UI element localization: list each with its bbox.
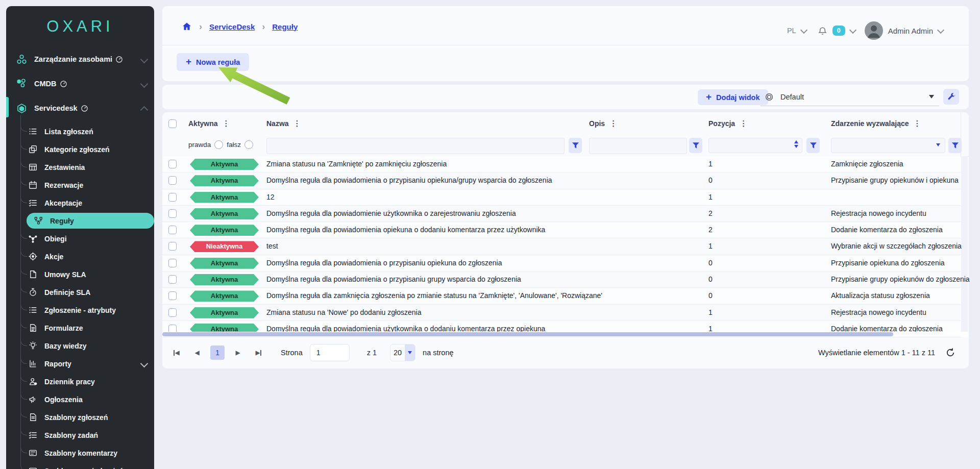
page-1-button[interactable]: 1 bbox=[210, 345, 225, 360]
table-row[interactable]: AktywnaDomyślna reguła dla powiadomienia… bbox=[162, 255, 961, 271]
radio-true[interactable] bbox=[214, 140, 223, 149]
table-row[interactable]: Nieaktywnatest1Wybranie akcji w szczegół… bbox=[162, 238, 961, 255]
avatar[interactable] bbox=[865, 21, 883, 40]
row-checkbox[interactable] bbox=[168, 308, 177, 317]
sidebar-item-ogloszenia[interactable]: Ogłoszenia bbox=[6, 390, 154, 408]
row-checkbox[interactable] bbox=[168, 226, 177, 234]
row-checkbox[interactable] bbox=[168, 275, 177, 284]
table-row[interactable]: AktywnaDomyślna reguła dla zamknięcia zg… bbox=[162, 288, 961, 304]
sidebar-item-szablony-powiadomien[interactable]: Szablony powiadomień bbox=[6, 462, 154, 469]
sidebar-item-formularze[interactable]: Formularze bbox=[6, 319, 154, 337]
chevron-down-icon[interactable] bbox=[937, 26, 944, 33]
table-row[interactable]: AktywnaZmiana statusu na 'Zamknięte' po … bbox=[162, 156, 961, 172]
sidebar-item-definicje-sla[interactable]: Definicje SLA bbox=[6, 283, 154, 301]
column-header-opis[interactable]: Opis⋮ bbox=[589, 119, 617, 128]
chevron-down-icon[interactable] bbox=[936, 143, 940, 146]
last-page-button[interactable]: ▶ bbox=[251, 345, 265, 360]
column-header-nazwa[interactable]: Nazwa⋮ bbox=[266, 119, 301, 128]
sidebar-item-umowy-sla[interactable]: Umowy SLA bbox=[6, 265, 154, 283]
sidebar-item-zarzadzanie-zasobami[interactable]: Zarządzanie zasobami bbox=[6, 47, 154, 71]
sidebar-item-akcje[interactable]: Akcje bbox=[6, 248, 154, 265]
chevron-down-icon[interactable] bbox=[849, 26, 856, 33]
column-header-pozycja[interactable]: Pozycja⋮ bbox=[708, 119, 747, 128]
zdarzenie-filter-select[interactable] bbox=[831, 138, 945, 153]
row-checkbox[interactable] bbox=[168, 242, 177, 251]
chevron-down-icon[interactable] bbox=[800, 26, 807, 33]
sidebar-item-raporty[interactable]: Raporty bbox=[6, 355, 154, 373]
table-row[interactable]: AktywnaDomyślna reguła dla powiadomienie… bbox=[162, 206, 961, 222]
row-checkbox[interactable] bbox=[168, 259, 177, 267]
radio-false[interactable] bbox=[244, 140, 253, 149]
sidebar-item-cmdb[interactable]: CMDB bbox=[6, 71, 154, 96]
chevron-down-icon[interactable] bbox=[140, 80, 149, 88]
number-spinner[interactable] bbox=[794, 140, 798, 148]
sidebar-item-reguly[interactable]: Reguły bbox=[27, 213, 154, 229]
home-icon[interactable] bbox=[182, 21, 192, 32]
horizontal-scrollbar-track[interactable] bbox=[162, 332, 969, 337]
row-checkbox[interactable] bbox=[168, 209, 177, 218]
sidebar-item-akceptacje[interactable]: Akceptacje bbox=[6, 194, 154, 212]
table-row[interactable]: AktywnaDomyślna reguła dla powiadomienia… bbox=[162, 222, 961, 238]
table-vertical-scrollbar-track[interactable] bbox=[961, 156, 968, 332]
opis-filter-input[interactable] bbox=[589, 138, 687, 154]
sidebar-item-bazy-wiedzy[interactable]: Bazy wiedzy bbox=[6, 337, 154, 355]
notifications-bell-icon[interactable] bbox=[818, 26, 827, 36]
select-all-checkbox[interactable] bbox=[168, 119, 177, 128]
row-checkbox[interactable] bbox=[168, 176, 177, 185]
row-checkbox[interactable] bbox=[168, 291, 177, 300]
table-settings-wrench-button[interactable] bbox=[943, 89, 959, 105]
pozycja-filter-button[interactable] bbox=[806, 138, 820, 153]
opis-filter-button[interactable] bbox=[689, 138, 702, 153]
notification-count-badge[interactable]: 0 bbox=[832, 26, 845, 36]
column-header-aktywna[interactable]: Aktywna⋮ bbox=[188, 119, 230, 128]
view-selector[interactable]: Default bbox=[761, 88, 939, 106]
sidebar-item-zestawienia[interactable]: Zestawienia bbox=[6, 158, 154, 176]
new-rule-button[interactable]: + Nowa reguła bbox=[177, 53, 249, 71]
row-checkbox[interactable] bbox=[168, 160, 177, 168]
user-name[interactable]: Admin Admin bbox=[888, 27, 933, 35]
sidebar-item-rezerwacje[interactable]: Rezerwacje bbox=[6, 176, 154, 194]
page-number-input[interactable] bbox=[310, 344, 350, 361]
column-menu-icon[interactable]: ⋮ bbox=[223, 119, 230, 128]
chevron-down-icon[interactable] bbox=[140, 360, 149, 368]
next-page-button[interactable]: ▶ bbox=[231, 345, 245, 360]
sidebar-item-lista-zgloszen[interactable]: Lista zgłoszeń bbox=[6, 122, 154, 140]
horizontal-scrollbar-thumb[interactable] bbox=[162, 332, 893, 336]
document-icon bbox=[28, 269, 38, 279]
breadcrumb-link-reguly[interactable]: Reguły bbox=[272, 22, 298, 31]
sidebar-item-szablony-komentarzy[interactable]: Szablony komentarzy bbox=[6, 444, 154, 462]
chevron-down-icon[interactable] bbox=[140, 55, 149, 63]
column-header-zdarzenie[interactable]: Zdarzenie wyzwalające⋮ bbox=[831, 119, 921, 128]
cell-zdarzenie: Wybranie akcji w szczegółach zgłoszenia bbox=[831, 242, 962, 250]
column-menu-icon[interactable]: ⋮ bbox=[914, 119, 921, 128]
zdarzenie-filter-button[interactable] bbox=[948, 138, 962, 153]
sidebar-item-servicedesk[interactable]: Servicedesk bbox=[6, 96, 154, 120]
table-row[interactable]: AktywnaDomyślna reguła dla powiadomienia… bbox=[162, 271, 961, 288]
nazwa-filter-button[interactable] bbox=[569, 138, 582, 153]
language-selector[interactable]: PL bbox=[787, 27, 796, 35]
breadcrumb-link-servicedesk[interactable]: ServiceDesk bbox=[209, 22, 255, 31]
page-size-select[interactable]: 20 bbox=[390, 344, 415, 361]
column-menu-icon[interactable]: ⋮ bbox=[740, 119, 747, 128]
sidebar-item-obiegi[interactable]: Obiegi bbox=[6, 230, 154, 248]
cell-nazwa: Domyślna reguła dla zamknięcia zgłoszeni… bbox=[266, 291, 602, 300]
column-menu-icon[interactable]: ⋮ bbox=[609, 119, 617, 128]
column-menu-icon[interactable]: ⋮ bbox=[293, 119, 301, 128]
sidebar-item-kategorie-zgloszen[interactable]: Kategorie zgłoszeń bbox=[6, 140, 154, 158]
pozycja-filter-input[interactable] bbox=[708, 138, 802, 153]
refresh-icon[interactable] bbox=[945, 348, 955, 358]
table-row[interactable]: AktywnaDomyślna reguła dla powiadomienia… bbox=[162, 172, 961, 189]
sidebar-item-szablony-zgloszen[interactable]: Szablony zgłoszeń bbox=[6, 408, 154, 426]
add-view-button[interactable]: + Dodaj widok bbox=[698, 89, 768, 105]
nazwa-filter-input[interactable] bbox=[266, 138, 565, 154]
table-row[interactable]: AktywnaZmiana statusu na 'Nowe' po dodan… bbox=[162, 305, 961, 321]
table-row[interactable]: Aktywna121 bbox=[162, 189, 961, 206]
previous-page-button[interactable]: ◀ bbox=[190, 345, 204, 360]
chevron-up-icon[interactable] bbox=[140, 106, 149, 114]
sidebar-item-dziennik-pracy[interactable]: Dziennik pracy bbox=[6, 373, 154, 390]
sidebar-item-szablony-zadan[interactable]: Szablony zadań bbox=[6, 426, 154, 444]
row-checkbox[interactable] bbox=[168, 193, 177, 202]
first-page-button[interactable]: ◀ bbox=[169, 345, 184, 360]
sidebar-item-zgloszenie-atrybuty[interactable]: Zgłoszenie - atrybuty bbox=[6, 301, 154, 319]
breadcrumb-separator: › bbox=[262, 22, 265, 31]
